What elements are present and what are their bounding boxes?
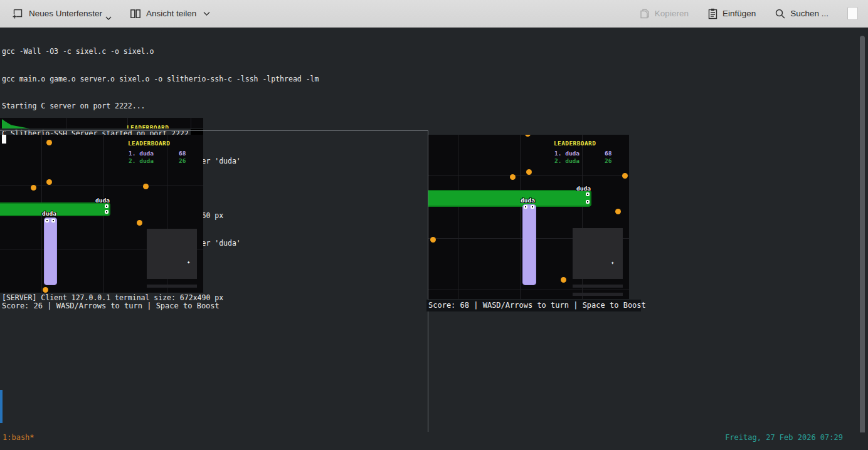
snake-name-label: duda <box>521 197 535 204</box>
game-pane-right[interactable]: LEADERBOARD 1. duda 68 2. duda 26 ✦ duda… <box>428 135 629 299</box>
snake-eye <box>45 219 49 222</box>
window-toolbar: Neues Unterfenster Ansicht teilen <box>0 0 868 28</box>
new-tab-button[interactable]: Neues Unterfenster <box>8 3 117 24</box>
search-button[interactable]: Suchen ... <box>771 3 832 24</box>
food-dot <box>137 220 142 226</box>
file-icon <box>847 7 858 20</box>
file-button[interactable] <box>844 3 862 24</box>
leaderboard-score: 26 <box>179 157 186 164</box>
snake-green <box>428 190 591 207</box>
game-pane-left[interactable]: LEADERBOARD 1. duda 68 2. duda 26 ✦ duda… <box>0 135 203 293</box>
terminal-line: Starting C server on port 2222... <box>2 102 319 111</box>
leaderboard-title: LEADERBOARD <box>128 140 170 147</box>
grid-line <box>458 135 458 299</box>
terminal-line: gcc main.o game.o server.o sixel.o -o sl… <box>2 75 319 84</box>
paste-label: Einfügen <box>722 9 756 18</box>
leaderboard-entry: 2. duda <box>129 157 154 164</box>
search-label: Suchen ... <box>790 9 828 18</box>
split-view-button[interactable]: Ansicht teilen <box>125 3 214 24</box>
search-icon <box>775 8 786 19</box>
copy-button[interactable]: Kopieren <box>635 3 692 24</box>
food-dot <box>510 174 516 180</box>
grid-line <box>428 175 629 175</box>
snake-purple <box>522 204 536 285</box>
chevron-down-icon <box>105 16 112 21</box>
snake-eye <box>105 204 109 208</box>
leaderboard-score: 68 <box>605 150 611 157</box>
obstacle-bar <box>573 293 623 296</box>
grid-line <box>66 118 66 128</box>
terminal-line: gcc -Wall -O3 -c sixel.c -o sixel.o <box>2 47 319 56</box>
snake-eye <box>586 192 590 196</box>
snake-name-label: duda <box>42 210 56 217</box>
new-tab-icon <box>11 8 24 20</box>
partial-game-frame: LEADERBOARD <box>0 118 203 128</box>
new-tab-label: Neues Unterfenster <box>29 9 102 18</box>
snake-name-label: duda <box>95 197 110 204</box>
snake-name-label: duda <box>576 185 591 192</box>
leaderboard-entry: 2. duda <box>554 157 580 164</box>
snake-eye <box>51 219 55 222</box>
snake-purple <box>44 217 57 285</box>
split-view-label: Ansicht teilen <box>146 9 196 18</box>
obstacle-block <box>147 229 197 279</box>
sparkle-icon: ✦ <box>611 260 614 266</box>
leaderboard-entry: 1. duda <box>554 150 580 157</box>
obstacle-bar <box>147 285 197 288</box>
grid-line <box>191 118 191 128</box>
paste-icon <box>707 8 718 20</box>
leaderboard-title-clipped: LEADERBOARD <box>127 124 169 128</box>
snake-eye <box>105 210 109 214</box>
food-dot <box>143 184 149 189</box>
obstacle-bar <box>573 285 623 288</box>
chevron-down-icon <box>203 11 210 16</box>
food-dot <box>622 173 628 179</box>
leaderboard-score: 68 <box>179 150 186 157</box>
score-line-right: Score: 68 | WASD/Arrows to turn | Space … <box>428 301 646 310</box>
status-clock: Freitag, 27 Feb 2026 07:29 <box>725 433 843 442</box>
food-dot <box>43 287 48 293</box>
grid-line <box>520 135 521 299</box>
food-dot <box>31 185 36 191</box>
food-dot <box>46 179 52 185</box>
food-dot <box>615 209 621 214</box>
food-dot <box>561 277 566 283</box>
food-dot <box>46 140 52 145</box>
food-dot <box>525 135 531 137</box>
sparkle-icon: ✦ <box>187 259 190 265</box>
terminal-cursor <box>2 135 6 144</box>
obstacle-block <box>573 228 623 279</box>
grid-line <box>428 290 629 290</box>
copy-icon <box>639 8 650 20</box>
score-line-left: Score: 26 | WASD/Arrows to turn | Space … <box>2 301 220 311</box>
food-dot <box>430 237 436 243</box>
scrollbar-thumb[interactable] <box>860 36 865 444</box>
leaderboard-score: 26 <box>605 157 611 164</box>
tmux-window-tab[interactable]: 1:bash* <box>3 433 34 442</box>
snake-eye <box>531 205 534 209</box>
leaderboard-title: LEADERBOARD <box>554 140 596 147</box>
food-dot <box>526 169 532 175</box>
snake-eye <box>524 205 527 209</box>
split-view-icon <box>129 8 142 19</box>
copy-label: Kopieren <box>655 9 689 18</box>
tmux-status-bar: 1:bash* Freitag, 27 Feb 2026 07:29 <box>0 432 868 450</box>
activity-indicator <box>0 390 3 423</box>
leaderboard-entry: 1. duda <box>129 150 154 157</box>
paste-button[interactable]: Einfügen <box>704 3 760 24</box>
pane-divider-horizontal[interactable] <box>0 130 428 131</box>
snake-fragment <box>2 119 29 128</box>
snake-eye <box>586 200 590 204</box>
score-band-right: Score: 68 | WASD/Arrows to turn | Space … <box>426 300 641 311</box>
